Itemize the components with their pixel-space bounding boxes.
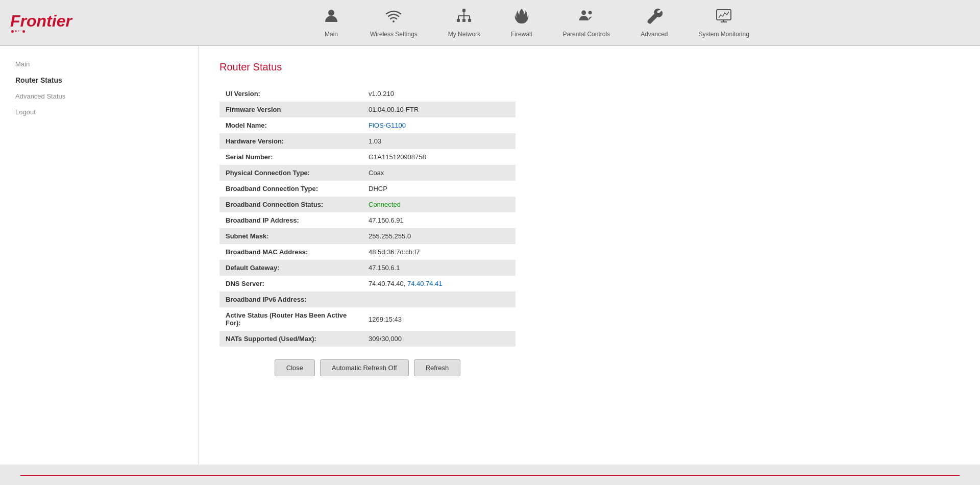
nav-network[interactable]: My Network [433, 3, 496, 43]
field-label: Broadband IPv6 Address: [219, 292, 362, 307]
field-value: 1269:15:43 [362, 307, 516, 331]
field-label: Firmware Version [219, 102, 362, 117]
footer-divider [20, 475, 960, 476]
person-icon [323, 8, 339, 28]
sidebar-item-logout[interactable]: Logout [0, 104, 199, 120]
field-value: 48:5d:36:7d:cb:f7 [362, 244, 516, 260]
svg-point-0 [328, 10, 334, 16]
table-row: Hardware Version:1.03 [219, 133, 516, 149]
field-value: Connected [362, 197, 516, 212]
nav-wireless[interactable]: Wireless Settings [355, 3, 433, 43]
svg-rect-2 [462, 9, 465, 12]
logo: Frontier [10, 13, 72, 33]
table-row: Default Gateway:47.150.6.1 [219, 260, 516, 276]
svg-rect-4 [462, 19, 465, 22]
logo-dots [11, 30, 25, 33]
field-value: 47.150.6.1 [362, 260, 516, 276]
field-label: Active Status (Router Has Been Active Fo… [219, 307, 362, 331]
field-value: 309/30,000 [362, 331, 516, 347]
field-value: 47.150.6.91 [362, 212, 516, 228]
fire-icon [513, 8, 530, 28]
field-value: DHCP [362, 181, 516, 197]
nav-parental[interactable]: Parental Controls [547, 3, 625, 43]
refresh-button[interactable]: Refresh [414, 359, 461, 376]
page-title: Router Status [219, 61, 960, 73]
field-value: Coax [362, 165, 516, 181]
sidebar-item-advanced-status[interactable]: Advanced Status [0, 88, 199, 104]
router-status-table: UI Version:v1.0.210Firmware Version01.04… [219, 86, 516, 347]
table-row: NATs Supported (Used/Max):309/30,000 [219, 331, 516, 347]
table-row: UI Version:v1.0.210 [219, 86, 516, 102]
field-value: v1.0.210 [362, 86, 516, 102]
nav-firewall[interactable]: Firewall [496, 3, 547, 43]
main-content: Router Status UI Version:v1.0.210Firmwar… [199, 46, 980, 465]
field-label: NATs Supported (Used/Max): [219, 331, 362, 347]
button-bar: Close Automatic Refresh Off Refresh [219, 359, 516, 376]
header: Frontier Main [0, 0, 980, 46]
close-button[interactable]: Close [275, 359, 315, 376]
field-label: Broadband IP Address: [219, 212, 362, 228]
table-row: Broadband Connection Type:DHCP [219, 181, 516, 197]
field-value: 255.255.255.0 [362, 228, 516, 244]
wifi-icon [385, 8, 402, 28]
table-row: Broadband Connection Status:Connected [219, 197, 516, 212]
table-row: Broadband IPv6 Address: [219, 292, 516, 307]
nav-advanced[interactable]: Advanced [625, 3, 683, 43]
svg-point-11 [581, 10, 586, 15]
field-value: 74.40.74.40, 74.40.74.41 [362, 276, 516, 292]
field-label: Broadband Connection Type: [219, 181, 362, 197]
field-label: Hardware Version: [219, 133, 362, 149]
svg-rect-3 [457, 19, 460, 22]
table-row: Broadband IP Address:47.150.6.91 [219, 212, 516, 228]
table-row: Active Status (Router Has Been Active Fo… [219, 307, 516, 331]
field-label: Broadband MAC Address: [219, 244, 362, 260]
nav-system[interactable]: System Monitoring [683, 3, 765, 43]
field-value [362, 292, 516, 307]
sidebar-item-main[interactable]: Main [0, 56, 199, 72]
logo-text: Frontier [10, 13, 72, 29]
table-row: Model Name:FiOS-G1100 [219, 117, 516, 133]
table-row: Subnet Mask:255.255.255.0 [219, 228, 516, 244]
table-row: Broadband MAC Address:48:5d:36:7d:cb:f7 [219, 244, 516, 260]
svg-point-1 [393, 20, 395, 22]
field-value: 01.04.00.10-FTR [362, 102, 516, 117]
field-value: FiOS-G1100 [362, 117, 516, 133]
table-row: Serial Number:G1A115120908758 [219, 149, 516, 165]
nav-firewall-label: Firewall [511, 31, 532, 38]
table-row: DNS Server:74.40.74.40, 74.40.74.41 [219, 276, 516, 292]
field-label: UI Version: [219, 86, 362, 102]
nav-main[interactable]: Main [308, 3, 355, 43]
nav-system-label: System Monitoring [699, 31, 749, 38]
nav-advanced-label: Advanced [641, 31, 668, 38]
table-row: Firmware Version01.04.00.10-FTR [219, 102, 516, 117]
field-label: DNS Server: [219, 276, 362, 292]
content-wrapper: Main Router Status Advanced Status Logou… [0, 46, 980, 465]
nav-wireless-label: Wireless Settings [370, 31, 418, 38]
table-row: Physical Connection Type:Coax [219, 165, 516, 181]
svg-rect-5 [468, 19, 471, 22]
nav-main-label: Main [325, 31, 338, 38]
monitor-icon [716, 8, 732, 28]
field-label: Serial Number: [219, 149, 362, 165]
field-label: Broadband Connection Status: [219, 197, 362, 212]
wrench-icon [646, 8, 663, 28]
field-value: G1A115120908758 [362, 149, 516, 165]
field-label: Model Name: [219, 117, 362, 133]
field-value: 1.03 [362, 133, 516, 149]
field-label: Default Gateway: [219, 260, 362, 276]
nav-parental-label: Parental Controls [562, 31, 610, 38]
sidebar-item-router-status[interactable]: Router Status [0, 72, 199, 88]
field-label: Physical Connection Type: [219, 165, 362, 181]
field-label: Subnet Mask: [219, 228, 362, 244]
svg-point-12 [588, 11, 592, 14]
main-nav: Main Wireless Settings [103, 3, 970, 43]
people-icon [578, 8, 595, 28]
network-icon [456, 8, 472, 28]
auto-refresh-button[interactable]: Automatic Refresh Off [320, 359, 409, 376]
nav-network-label: My Network [448, 31, 480, 38]
sidebar: Main Router Status Advanced Status Logou… [0, 46, 199, 465]
